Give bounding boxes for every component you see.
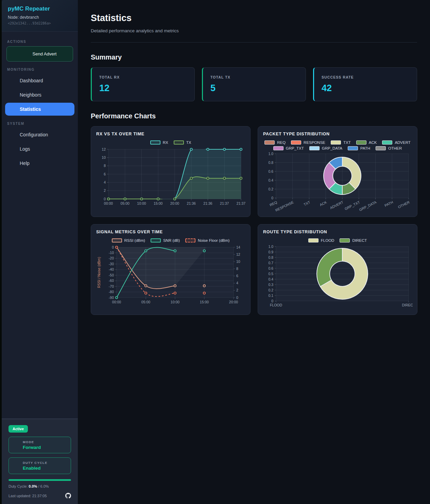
github-icon[interactable] [65,493,71,499]
legend-swatch [185,238,195,242]
sidebar-item-logs[interactable]: Logs [5,142,74,155]
legend-item-rx[interactable]: RX [150,140,168,145]
legend-label: ACK [369,140,377,145]
sidebar-item-neighbors[interactable]: Neighbors [5,88,74,101]
page-subtitle: Detailed performance analytics and metri… [91,28,417,33]
legend-item-direct[interactable]: DIRECT [340,238,367,242]
clock-icon [23,50,29,57]
svg-text:8: 8 [236,267,238,271]
chart-card-rx_tx: RX VS TX OVER TIMERXTX12108642000:0005:0… [91,126,251,217]
legend-item-other[interactable]: OTHER [376,146,402,150]
duty-progress-bar [8,479,71,481]
legend-item-ack[interactable]: ACK [356,140,377,145]
activity-icon [13,462,19,470]
svg-text:8: 8 [104,164,106,168]
legend-swatch [348,146,358,150]
svg-text:0.6: 0.6 [268,169,273,173]
legend-label: OTHER [388,146,402,150]
duty-cycle-label: DUTY CYCLE [23,461,48,465]
legend-item-rssi-dbm-[interactable]: RSSI (dBm) [112,238,145,242]
legend-swatch [340,238,350,242]
send-advert-button[interactable]: Send Advert [6,46,73,62]
node-label: Node: devbranch [8,15,72,20]
chart-legend-packet_types: REQRESPONSETXTACKADVERTGRP_TXTGRP_DATAPA… [264,140,411,150]
svg-text:0.8: 0.8 [268,255,273,259]
svg-text:-20: -20 [109,256,114,260]
legend-label: GRP_TXT [286,146,304,150]
summary-card-value: 42 [322,83,409,94]
legend-label: FLOOD [321,238,334,242]
legend-swatch [331,140,341,145]
legend-swatch [356,140,366,145]
svg-text:-50: -50 [109,273,114,277]
legend-label: RX [163,140,168,145]
svg-text:10:00: 10:00 [137,201,146,205]
svg-text:1.0: 1.0 [268,245,273,249]
sidebar-item-statistics[interactable]: Statistics [5,103,74,116]
header-divider [91,42,417,43]
legend-swatch [273,146,283,150]
chart-title-packet_types: PACKET TYPE DISTRIBUTION [263,132,412,136]
svg-text:REQ: REQ [269,200,278,207]
svg-text:-30: -30 [109,262,114,266]
monitoring-nav: DashboardNeighborsStatistics [2,74,78,116]
legend-item-snr-db-[interactable]: SNR (dB) [151,238,180,242]
legend-item-flood[interactable]: FLOOD [308,238,334,242]
svg-text:1.0: 1.0 [268,152,273,156]
sidebar-item-configuration[interactable]: Configuration [5,128,74,141]
summary-card-success-rate: SUCCESS RATE42 [313,67,417,101]
legend-swatch [264,140,275,145]
duty-cycle-value: Enabled [23,466,48,471]
svg-text:00:00: 00:00 [104,201,113,205]
svg-text:-40: -40 [109,267,114,271]
svg-text:12: 12 [102,147,106,151]
duty-cycle-card: DUTY CYCLE Enabled [8,457,71,474]
legend-item-grp-data[interactable]: GRP_DATA [309,146,342,150]
svg-text:-60: -60 [109,279,114,283]
summary-cards: TOTAL RX12TOTAL TX5SUCCESS RATE42 [91,67,417,101]
node-hash: <292e1342...93d2286a> [8,21,72,25]
svg-text:15:00: 15:00 [200,300,209,304]
svg-text:6: 6 [236,274,238,278]
legend-item-response[interactable]: RESPONSE [291,140,325,145]
sidebar-item-label: Dashboard [20,78,43,83]
sidebar-item-help[interactable]: Help [5,157,74,170]
svg-text:0.3: 0.3 [268,283,273,287]
svg-text:RSSI / Noise (dBm): RSSI / Noise (dBm) [97,257,101,288]
svg-text:6: 6 [104,172,106,176]
wrench-icon [10,132,16,138]
svg-text:12: 12 [236,252,240,256]
chart-card-route_types: ROUTE TYPE DISTRIBUTIONFLOODDIRECT1.00.9… [258,224,417,315]
svg-text:0: 0 [112,245,114,249]
svg-text:21:36: 21:36 [187,201,196,205]
chart-canvas-signal: 0-10-20-30-40-50-60-70-80-90141210864200… [96,245,246,307]
legend-swatch [150,140,160,145]
grid-icon [10,78,16,84]
bar-chart-icon [10,106,16,112]
legend-label: ADVERT [395,140,410,145]
legend-item-advert[interactable]: ADVERT [382,140,410,145]
page-title: Statistics [91,13,417,23]
sidebar-header: pyMC Repeater Node: devbranch <292e1342.… [2,0,78,32]
chart-card-signal: SIGNAL METRICS OVER TIMERSSI (dBm)SNR (d… [91,224,251,315]
legend-item-txt[interactable]: TXT [331,140,351,145]
legend-item-grp-txt[interactable]: GRP_TXT [273,146,304,150]
legend-label: TX [186,140,191,145]
sidebar-item-dashboard[interactable]: Dashboard [5,74,74,87]
legend-item-noise-floor-dbm-[interactable]: Noise Floor (dBm) [185,238,229,242]
status-badge: Active [8,425,28,433]
last-updated-text: Last updated: 21:37:05 [8,494,47,498]
legend-item-req[interactable]: REQ [264,140,286,145]
sidebar-footer: Active MODE Forward DUTY CYCLE Enabled D… [2,419,78,504]
legend-label: PATH [360,146,370,150]
legend-swatch [382,140,392,145]
legend-item-tx[interactable]: TX [174,140,191,145]
summary-card-label: SUCCESS RATE [322,75,409,79]
legend-item-path[interactable]: PATH [348,146,370,150]
mode-value: Forward [23,445,41,450]
sidebar-item-label: Logs [20,146,30,152]
mode-card: MODE Forward [8,437,71,453]
svg-text:21:36: 21:36 [203,201,212,205]
sidebar-body: ACTIONS Send Advert MONITORING Dashboard… [2,32,78,419]
svg-text:0.6: 0.6 [268,266,273,270]
